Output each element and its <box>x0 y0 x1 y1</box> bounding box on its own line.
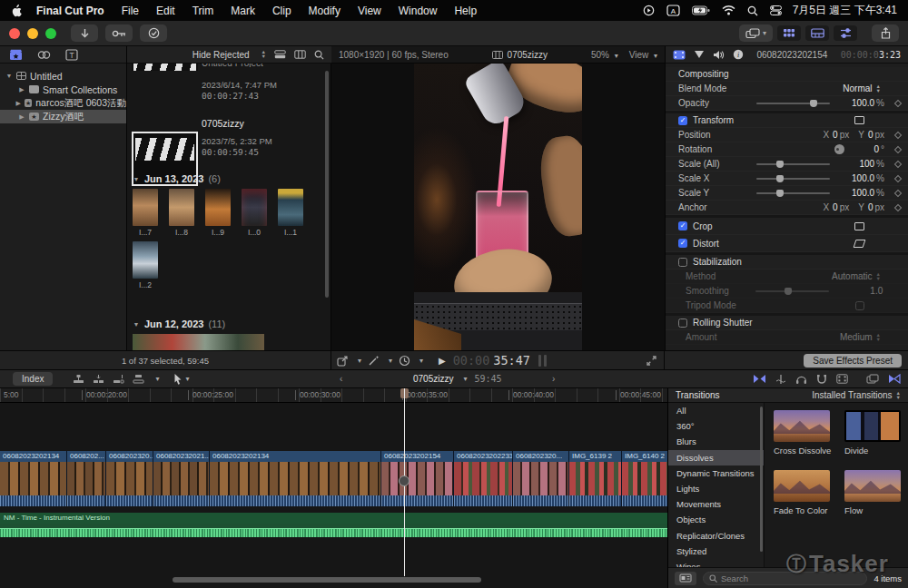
filmstrip-view-icon[interactable] <box>294 50 306 59</box>
titles-generators-tab-icon[interactable]: T <box>65 49 78 61</box>
stepper-icon[interactable]: ▲▼ <box>262 50 266 59</box>
hide-rejected-dropdown[interactable]: Hide Rejected <box>192 50 250 60</box>
menu-window[interactable]: Window <box>399 5 438 17</box>
clip-thumbnail[interactable] <box>205 189 231 226</box>
video-canvas[interactable] <box>414 64 582 350</box>
category-360[interactable]: 360° <box>668 418 764 434</box>
chevron-down-icon[interactable]: ▾ <box>419 357 423 365</box>
index-button[interactable]: Index <box>13 372 53 386</box>
timeline-project-name[interactable]: 0705zizzy <box>413 374 453 384</box>
snapping-button[interactable] <box>816 374 827 385</box>
timeline-panel[interactable]: 5:00 00:00:20:00 00:00:25:00 00:00:30:00… <box>0 388 667 588</box>
timeline-forward-button[interactable]: › <box>552 374 555 384</box>
keyframe-button[interactable] <box>894 160 902 167</box>
transform-checkbox[interactable]: ✓ <box>678 116 687 125</box>
append-edit-button[interactable] <box>113 374 124 384</box>
chevron-down-icon[interactable]: ▾ <box>155 375 159 383</box>
distort-checkbox[interactable]: ✓ <box>678 239 687 248</box>
timeline-clip[interactable]: IMG_6139 2 <box>569 451 622 506</box>
clip-thumbnail[interactable] <box>133 189 158 226</box>
position-y-field[interactable]: 0 <box>868 130 873 140</box>
viewer-clip-name[interactable]: 0705zizzy <box>508 50 548 60</box>
menu-file[interactable]: File <box>122 5 139 17</box>
menu-trim[interactable]: Trim <box>192 5 214 17</box>
show-browser-button[interactable] <box>777 25 801 41</box>
menu-final-cut-pro[interactable]: Final Cut Pro <box>36 5 104 17</box>
installed-transitions-dropdown[interactable]: Installed Transitions ▲▼ <box>812 390 901 400</box>
clip-actions-button[interactable] <box>337 355 349 367</box>
keyword-editor-button[interactable] <box>105 24 133 42</box>
keyframe-button[interactable] <box>894 203 902 211</box>
scale-x-slider[interactable] <box>756 178 831 180</box>
sidebar-item-zizzy-event[interactable]: ▶ ★ Zizzy酒吧 <box>0 110 126 123</box>
category-all[interactable]: All <box>668 403 764 418</box>
transitions-browser-toggle-button[interactable] <box>888 374 901 384</box>
zoom-window-button[interactable] <box>45 28 56 39</box>
audio-skimming-button[interactable] <box>795 374 807 385</box>
share-button[interactable] <box>872 24 899 42</box>
keyframe-button[interactable] <box>894 131 902 138</box>
trim-tool-button[interactable] <box>753 374 766 384</box>
timeline-clip[interactable]: 06082023202134 <box>210 451 381 506</box>
category-movements[interactable]: Movements <box>668 496 764 512</box>
timeline-clip[interactable]: IMG_6140 2 <box>622 451 667 506</box>
clip-thumbnail[interactable] <box>133 241 158 279</box>
scale-y-slider[interactable] <box>756 192 831 194</box>
viewer-view-dropdown[interactable]: View ▾ <box>629 50 657 60</box>
menu-mark[interactable]: Mark <box>231 5 255 17</box>
transform-onscreen-icon[interactable] <box>854 116 864 124</box>
insert-edit-button[interactable] <box>93 374 104 384</box>
chevron-down-icon[interactable]: ▾ <box>358 357 361 365</box>
disclosure-closed-icon[interactable]: ▶ <box>18 86 25 93</box>
disclosure-open-icon[interactable]: ▼ <box>5 73 13 79</box>
category-blurs[interactable]: Blurs <box>668 434 764 449</box>
audio-inspector-icon[interactable] <box>713 50 725 60</box>
audio-meters[interactable] <box>538 355 547 367</box>
project-name[interactable]: 0705zizzy <box>202 118 244 129</box>
category-objects[interactable]: Objects <box>668 512 764 527</box>
date-section-jun12[interactable]: ▼ Jun 12, 2023 (11) <box>133 318 225 329</box>
photos-audio-tab-icon[interactable] <box>37 49 51 61</box>
solo-clip-button[interactable] <box>836 374 848 384</box>
video-inspector-icon[interactable] <box>673 50 686 60</box>
keyframe-button[interactable] <box>894 189 902 196</box>
skimming-button[interactable] <box>775 374 786 385</box>
timeline-back-button[interactable]: ‹ <box>340 374 342 384</box>
clip-thumbnail[interactable] <box>169 189 194 226</box>
transition-cross-dissolve[interactable] <box>774 410 830 442</box>
timeline-scrollbar[interactable] <box>173 577 481 583</box>
filmstrip-view-toggle-button[interactable] <box>675 572 696 585</box>
disclosure-closed-icon[interactable]: ▶ <box>15 100 21 107</box>
close-window-button[interactable] <box>9 28 20 39</box>
distort-onscreen-icon[interactable] <box>854 240 866 248</box>
timeline-clip[interactable]: 06082023202134 <box>0 451 67 506</box>
control-center-icon[interactable] <box>770 5 782 15</box>
keyframe-button[interactable] <box>894 145 902 152</box>
edit-point-handle[interactable] <box>399 475 410 486</box>
category-dynamic-transitions[interactable]: Dynamic Transitions <box>668 466 764 481</box>
disclosure-open-icon[interactable]: ▼ <box>133 321 140 328</box>
disclosure-open-icon[interactable]: ▼ <box>133 176 140 182</box>
wifi-icon[interactable] <box>722 5 735 15</box>
keyframe-button[interactable] <box>894 99 902 106</box>
screen-record-icon[interactable] <box>643 5 655 16</box>
chevron-down-icon[interactable]: ▾ <box>389 357 392 365</box>
fullscreen-button[interactable] <box>646 356 656 366</box>
menu-help[interactable]: Help <box>454 5 477 17</box>
timeline-ruler[interactable]: 5:00 00:00:20:00 00:00:25:00 00:00:30:00… <box>0 388 667 403</box>
libraries-tab-icon[interactable] <box>9 49 23 61</box>
sidebar-item-untitled[interactable]: ▼ Untitled <box>0 69 126 83</box>
sidebar-item-narcos-event[interactable]: ▶ ★ narcos酒吧 0603活動 <box>0 96 126 110</box>
sidebar-item-smart-collections[interactable]: ▶ Smart Collections <box>0 83 126 96</box>
stabilization-checkbox[interactable] <box>678 258 687 267</box>
category-wipes[interactable]: Wipes <box>668 559 764 567</box>
background-tasks-button[interactable] <box>140 24 167 42</box>
timeline-clip[interactable]: 06082023202154 <box>381 451 454 506</box>
menu-view[interactable]: View <box>358 5 381 17</box>
menu-clip[interactable]: Clip <box>272 5 291 17</box>
spotlight-search-icon[interactable] <box>747 5 758 16</box>
battery-icon[interactable] <box>692 5 710 15</box>
anchor-y-field[interactable]: 0 <box>868 202 873 212</box>
category-stylized[interactable]: Stylized <box>668 544 764 559</box>
menu-modify[interactable]: Modify <box>309 5 340 17</box>
